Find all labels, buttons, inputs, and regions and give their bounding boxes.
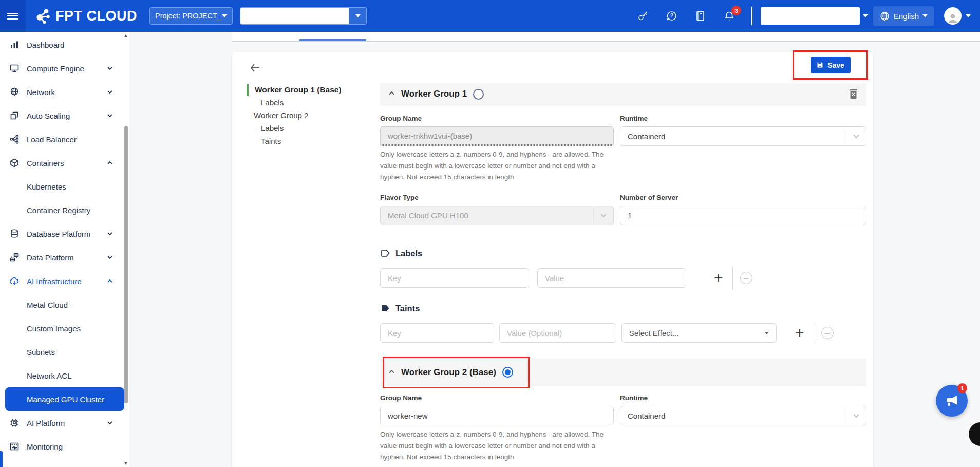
add-taint-button[interactable]: + (793, 325, 806, 341)
taint-value-input[interactable] (499, 323, 616, 343)
sidebar-item-label: Network (27, 88, 55, 97)
flavor-type-value: Metal Cloud GPU H100 (388, 211, 593, 220)
labels-section-heading: Labels (380, 248, 422, 258)
sidebar-item-label: Dashboard (27, 41, 64, 49)
sidebar-item-label: Subnets (27, 348, 55, 357)
remove-taint-button[interactable]: – (821, 327, 834, 339)
group-name-input-1[interactable] (380, 126, 614, 146)
runtime-select-2[interactable]: Containerd (620, 406, 866, 425)
chevron-down-icon (107, 89, 113, 95)
delete-worker-group-icon[interactable] (849, 89, 858, 102)
sidebar-item-network-acl[interactable]: Network ACL (0, 364, 129, 387)
sidebar-item-label: AI Platform (27, 419, 65, 427)
help-support-icon[interactable]: ? (665, 9, 679, 23)
sidebar-item-label: Data Platform (27, 253, 74, 262)
group-name-input-2[interactable] (380, 406, 614, 425)
avatar (944, 7, 962, 25)
group-name-label: Group Name (380, 115, 614, 122)
sidebar-item-label: Database Platform (27, 230, 90, 238)
announcements-fab-button[interactable]: 1 (936, 385, 968, 417)
megaphone-icon (944, 393, 959, 408)
scroll-down-arrow[interactable]: ▼ (123, 461, 128, 466)
worker-group-1-title: Worker Group 1 (401, 89, 467, 99)
fpt-cloud-logo[interactable]: FPT CLOUD (34, 7, 137, 25)
notifications-bell-icon[interactable]: 3 (723, 9, 736, 23)
notification-badge: 3 (731, 6, 741, 15)
globe-icon (879, 11, 890, 22)
number-of-server-input[interactable] (620, 206, 866, 225)
active-tab-indicator (299, 39, 366, 41)
sidebar-item-label: Network ACL (27, 371, 72, 380)
worker-group-2-base-radio[interactable] (502, 367, 513, 378)
outline-item-taints[interactable]: Taints (247, 135, 367, 147)
language-selector[interactable]: English (873, 6, 934, 26)
add-label-button[interactable]: + (712, 270, 725, 286)
runtime-label: Runtime (620, 394, 866, 402)
chevron-up-icon (107, 160, 113, 166)
region-selector[interactable] (240, 7, 367, 25)
taint-effect-select[interactable]: Select Effect... (621, 323, 777, 343)
divider (814, 322, 814, 344)
sidebar-item-auto-scaling[interactable]: Auto Scaling (0, 104, 129, 127)
chevron-down-icon (107, 231, 113, 237)
database-icon (9, 229, 20, 239)
chevron-down-icon (846, 412, 866, 419)
chevron-up-icon (388, 89, 395, 99)
hamburger-menu-button[interactable] (0, 0, 26, 32)
project-selector[interactable]: Project: PROJECT_NC... (149, 7, 233, 25)
sidebar-item-compute-engine[interactable]: Compute Engine (0, 57, 129, 80)
sidebar-item-metal-cloud[interactable]: Metal Cloud (0, 293, 129, 316)
scroll-up-arrow[interactable]: ▲ (123, 33, 128, 38)
outline-item-labels-1[interactable]: Labels (247, 96, 367, 109)
sidebar-item-load-balancer[interactable]: Load Balancer (0, 127, 129, 151)
sidebar-item-ai-infrastructure[interactable]: AI Infrastructure (0, 269, 129, 293)
global-search-input[interactable] (761, 7, 860, 25)
outline-item-worker-group-2[interactable]: Worker Group 2 (247, 109, 367, 122)
runtime-label: Runtime (620, 115, 866, 122)
outline-item-worker-group-1[interactable]: Worker Group 1 (Base) (247, 84, 367, 96)
user-menu[interactable] (944, 7, 971, 25)
taint-key-input[interactable] (380, 323, 494, 343)
sidebar-item-database-platform[interactable]: Database Platform (0, 222, 129, 246)
chevron-down-icon (107, 420, 113, 426)
worker-group-1-base-radio[interactable] (473, 89, 484, 100)
api-key-icon[interactable] (636, 9, 650, 23)
label-value-input[interactable] (537, 268, 686, 288)
sidebar-item-ai-platform[interactable]: AI Platform (0, 411, 129, 435)
outline-item-labels-2[interactable]: Labels (247, 122, 367, 135)
caret-down-icon (765, 332, 769, 334)
sidebar-item-containers[interactable]: Containers (0, 151, 129, 175)
sidebar-item-container-registry[interactable]: Container Registry (0, 198, 129, 222)
divider (732, 267, 733, 289)
sidebar-item-label: Container Registry (27, 206, 90, 215)
sidebar-item-dashboard[interactable]: Dashboard (0, 33, 129, 57)
sidebar-item-managed-gpu-cluster[interactable]: Managed GPU Cluster (5, 387, 124, 411)
sidebar-item-network[interactable]: Network (0, 80, 129, 104)
edge-widget-handle[interactable] (969, 422, 980, 446)
number-of-server-label: Number of Server (620, 194, 866, 201)
chevron-down-icon (846, 133, 866, 140)
worker-group-1-header[interactable]: Worker Group 1 (380, 83, 866, 105)
sidebar-item-kubernetes[interactable]: Kubernetes (0, 175, 129, 198)
worker-group-edit-card: Save Worker Group 1 (Base) Labels Worker… (232, 52, 873, 467)
globe-icon (9, 87, 20, 97)
documentation-book-icon[interactable] (694, 9, 707, 23)
label-key-input[interactable] (380, 268, 529, 288)
sidebar-item-data-platform[interactable]: Data Platform (0, 246, 129, 269)
worker-groups-panel: Worker Group 1 Group Name Only lowercase… (380, 52, 866, 467)
active-item-indicator (0, 451, 3, 467)
scrollbar-thumb[interactable] (124, 126, 128, 403)
region-selector-value (240, 8, 349, 24)
sidebar-scrollbar[interactable]: ▲ ▼ (123, 32, 128, 467)
divider (751, 7, 752, 25)
sidebar-item-label: Metal Cloud (27, 301, 68, 309)
runtime-select-1[interactable]: Containerd (620, 126, 866, 146)
flavor-type-select[interactable]: Metal Cloud GPU H100 (380, 206, 614, 225)
worker-group-2-header[interactable]: Worker Group 2 (Base) (380, 359, 866, 386)
back-button[interactable] (248, 60, 263, 76)
sidebar-item-custom-images[interactable]: Custom Images (0, 316, 129, 340)
remove-label-button[interactable]: – (740, 272, 752, 284)
sidebar-item-monitoring[interactable]: Monitoring (0, 435, 129, 458)
group-name-helper-text-1: Only lowercase letters a-z, numbers 0-9,… (380, 149, 620, 183)
sidebar-item-subnets[interactable]: Subnets (0, 340, 129, 364)
